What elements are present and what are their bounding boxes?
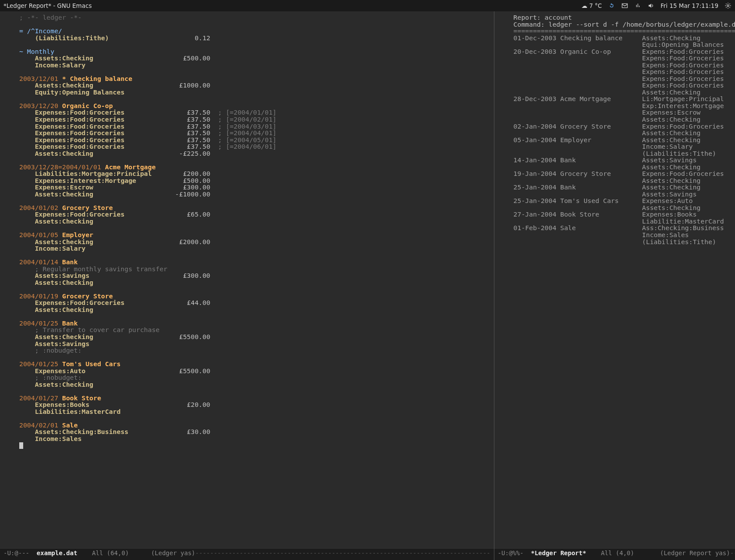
system-topbar: *Ledger Report* - GNU Emacs ☁ 7 °C Fri 1… [0, 0, 735, 11]
weather-indicator: ☁ 7 °C [581, 2, 602, 9]
emacs-frame: ; -*- ledger -*- = /^Income/ (Liabilitie… [0, 11, 735, 560]
volume-icon[interactable] [648, 2, 654, 9]
right-pane: Report: account Command: ledger --sort d… [494, 11, 735, 560]
refresh-icon[interactable] [608, 2, 615, 9]
right-modeline: -U:@%%- *Ledger Report* All (4,0) (Ledge… [494, 548, 735, 560]
ledger-source-buffer[interactable]: ; -*- ledger -*- = /^Income/ (Liabilitie… [0, 11, 494, 548]
weather-text: 7 °C [589, 2, 602, 9]
clock: Fri 15 Mar 17:11:19 [661, 2, 718, 9]
ledger-report-buffer[interactable]: Report: account Command: ledger --sort d… [494, 11, 735, 548]
window-title: *Ledger Report* - GNU Emacs [4, 2, 581, 9]
mail-icon[interactable] [621, 2, 628, 9]
left-modeline: -U:@--- example.dat All (64,0) (Ledger y… [0, 548, 494, 560]
weather-icon: ☁ [581, 2, 588, 9]
topbar-right: ☁ 7 °C Fri 15 Mar 17:11:19 [581, 2, 732, 9]
left-pane: ; -*- ledger -*- = /^Income/ (Liabilitie… [0, 11, 494, 560]
svg-point-0 [727, 5, 729, 7]
network-icon[interactable] [634, 2, 641, 9]
settings-gear-icon[interactable] [724, 2, 732, 9]
